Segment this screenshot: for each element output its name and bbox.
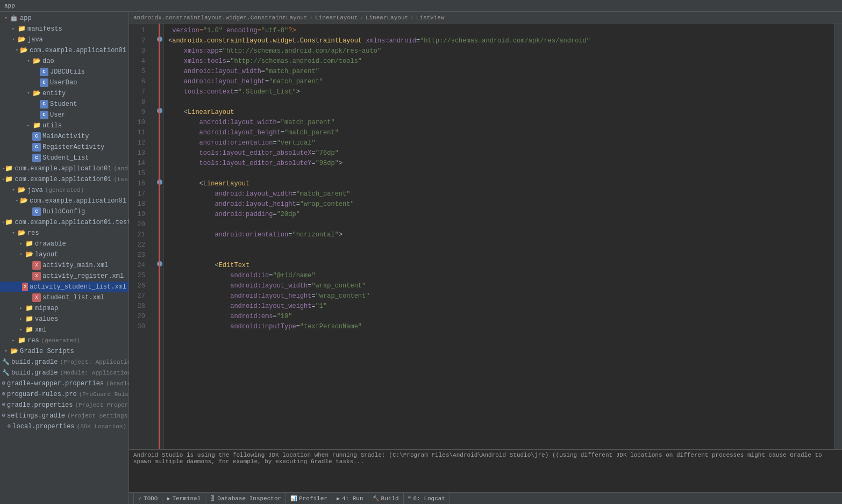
line-number: 7	[129, 87, 148, 97]
sidebar-item-JDBCUtils[interactable]: CJDBCUtils	[0, 67, 129, 77]
tree-label: java	[27, 185, 43, 195]
tree-label-secondary: (Project: Application01)	[60, 357, 129, 367]
sidebar-item-UserDao[interactable]: CUserDao	[0, 77, 129, 88]
sidebar-item-java[interactable]: ▾📂java	[0, 34, 129, 45]
breadcrumb-item[interactable]: ListView	[416, 15, 445, 21]
sidebar-item-mipmap[interactable]: ▸📁mipmap	[0, 303, 129, 314]
sidebar-item-BuildConfig[interactable]: CBuildConfig	[0, 206, 129, 217]
sidebar-item-res_generated[interactable]: ▸📁res (generated)	[0, 335, 129, 346]
tree-icon-xml: X	[32, 272, 41, 280]
sidebar-item-xml[interactable]: ▸📁xml	[0, 325, 129, 335]
tree-arrow: ▸	[10, 336, 17, 345]
code-line: tools:context=".Student_List">	[168, 87, 834, 97]
gutter-row	[153, 258, 163, 269]
code-line: <LinearLayout	[168, 107, 834, 118]
sidebar-item-com.example.application01.test2[interactable]: ▸📁com.example.application01.test	[0, 217, 129, 228]
sidebar-item-proguard[interactable]: ⚙proguard-rules.pro (ProGuard Rules for …	[0, 389, 129, 400]
gutter-row	[153, 269, 163, 279]
breadcrumb-separator: ›	[360, 15, 363, 21]
sidebar-item-manifests[interactable]: ▸📁manifests	[0, 24, 129, 34]
sidebar-item-utils[interactable]: ▸📁utils	[0, 120, 129, 131]
gutter-row	[153, 177, 163, 187]
tree-label: Student	[50, 99, 77, 109]
sidebar-item-build_gradle_module[interactable]: 🔧build.gradle (Module: Application01.app…	[0, 368, 129, 378]
sidebar-item-build_gradle_project[interactable]: 🔧build.gradle (Project: Application01)	[0, 357, 129, 368]
code-line: <LinearLayout	[168, 179, 834, 189]
tree-icon-folder: 📁	[17, 336, 26, 345]
sidebar-item-values[interactable]: ▸📁values	[0, 314, 129, 325]
tree-label-secondary: (Gradle Vers...)	[106, 379, 129, 388]
code-line	[168, 97, 834, 107]
tree-label: User	[50, 110, 66, 120]
sidebar-item-dao[interactable]: ▾📂dao	[0, 56, 129, 67]
tree-label-secondary: (Module: Application01.app)	[60, 368, 129, 378]
sidebar-item-student_list.xml[interactable]: Xstudent_list.xml	[0, 292, 129, 303]
gutter-row	[153, 197, 163, 207]
tree-icon-java: C	[32, 132, 41, 141]
sidebar-item-activity_main.xml[interactable]: Xactivity_main.xml	[0, 260, 129, 271]
sidebar-item-com.example.application01.android[interactable]: ▸📁com.example.application01 (android...)	[0, 163, 129, 174]
gutter-row	[153, 44, 163, 54]
sidebar-item-com.example.application01[interactable]: ▾📂com.example.application01	[0, 45, 129, 56]
sidebar-item-RegisterActivity[interactable]: CRegisterActivity	[0, 142, 129, 153]
sidebar-item-res[interactable]: ▾📂res	[0, 228, 129, 239]
sidebar-item-local_properties[interactable]: ⚙local.properties (SDK Location)	[0, 421, 129, 432]
tree-icon-java: C	[32, 207, 41, 216]
gutter-row	[153, 156, 163, 167]
gutter-row	[153, 95, 163, 105]
breadcrumb-item[interactable]: androidx.constraintlayout.widget.Constra…	[133, 15, 307, 21]
tree-label: com.example.application01	[30, 46, 126, 55]
sidebar-item-User[interactable]: CUser	[0, 110, 129, 120]
sidebar-item-settings_gradle[interactable]: ⚙settings.gradle (Project Settings)	[0, 411, 129, 421]
sidebar-item-app[interactable]: ▾🤖app	[0, 13, 129, 24]
tree-label-secondary: (Project Properties)	[75, 400, 129, 410]
status-item-4:-run[interactable]: ▶4: Run	[332, 493, 368, 505]
status-item-todo[interactable]: ✓TODO	[133, 493, 162, 505]
code-editor[interactable]: version="1.0" encoding="utf-8"?><android…	[164, 24, 834, 449]
status-item-6:-logcat[interactable]: ≡6: Logcat	[404, 493, 450, 505]
sidebar-item-activity_register.xml[interactable]: Xactivity_register.xml	[0, 271, 129, 282]
line-number: 16	[129, 179, 148, 189]
sidebar-item-gradle_properties[interactable]: ⚙gradle.properties (Project Properties)	[0, 400, 129, 411]
gutter-row	[153, 187, 163, 197]
tree-label: build.gradle	[11, 368, 58, 378]
tree-label: manifests	[27, 24, 62, 34]
status-icon: ✓	[138, 495, 141, 502]
gutter-row	[153, 75, 163, 85]
sidebar-item-drawable[interactable]: ▸📁drawable	[0, 239, 129, 249]
gutter-row	[153, 248, 163, 258]
sidebar-item-layout[interactable]: ▾📂layout	[0, 249, 129, 260]
breadcrumb-item[interactable]: LinearLayout	[315, 15, 358, 21]
code-line: xmlns:app="http://schemas.android.com/ap…	[168, 46, 834, 56]
sidebar-item-Student_List[interactable]: CStudent_List	[0, 153, 129, 163]
tree-arrow: ▾	[10, 35, 17, 45]
bookmark-mark	[157, 261, 162, 267]
tree-icon-xml: X	[32, 293, 41, 302]
tree-label: Student_List	[42, 153, 89, 163]
line-number: 13	[129, 148, 148, 159]
line-number: 23	[129, 250, 148, 261]
status-item-profiler[interactable]: 📊Profiler	[286, 493, 332, 505]
line-number: 4	[129, 56, 148, 67]
sidebar-item-MainActivity[interactable]: CMainActivity	[0, 131, 129, 142]
sidebar-item-com.example.application01.gen[interactable]: ▾📂com.example.application01	[0, 196, 129, 206]
line-number: 26	[129, 281, 148, 291]
status-icon: ≡	[408, 495, 411, 501]
sidebar-item-gradle_scripts[interactable]: ▾📂Gradle Scripts	[0, 346, 129, 357]
sidebar-item-entity[interactable]: ▾📂entity	[0, 88, 129, 99]
sidebar-item-gradle_wrapper[interactable]: ⚙gradle-wrapper.properties (Gradle Vers.…	[0, 378, 129, 389]
status-item-terminal[interactable]: ▶Terminal	[162, 493, 205, 505]
status-item-database-inspector[interactable]: 🗄Database Inspector	[205, 493, 286, 505]
tree-label-secondary: (generated)	[41, 336, 81, 345]
sidebar-item-activity_student_list.xml[interactable]: Xactivity_student_list.xml	[0, 282, 129, 292]
sidebar-item-Student[interactable]: CStudent	[0, 99, 129, 110]
status-label: 4: Run	[342, 495, 363, 502]
tree-label: UserDao	[50, 78, 77, 88]
gutter-row	[153, 320, 163, 330]
breadcrumb-item[interactable]: LinearLayout	[366, 15, 408, 21]
line-number: 24	[129, 261, 148, 271]
sidebar-item-com.example.application01.test[interactable]: ▸📁com.example.application01 (test)	[0, 174, 129, 185]
status-item-build[interactable]: 🔨Build	[368, 493, 404, 505]
tree-arrow: ▾	[2, 13, 10, 23]
sidebar-item-java_generated[interactable]: ▾📂java (generated)	[0, 185, 129, 196]
